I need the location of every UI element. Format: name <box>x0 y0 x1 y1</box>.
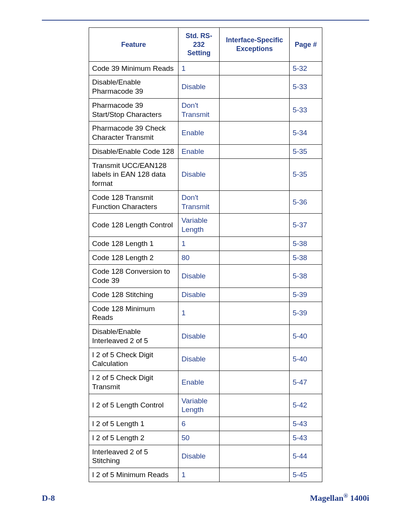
cell-page[interactable]: 5-40 <box>290 325 322 348</box>
table-body: Code 39 Minimum Reads15-32Disable/Enable… <box>89 61 322 482</box>
cell-setting: Disable <box>178 445 220 468</box>
cell-page[interactable]: 5-35 <box>290 144 322 158</box>
settings-table: Feature Std. RS-232 Setting Interface-Sp… <box>89 27 322 482</box>
table-row: I 2 of 5 Minimum Reads15-45 <box>89 468 322 482</box>
cell-setting: Disable <box>178 325 220 348</box>
footer-product-name: Magellan® 1400i <box>310 492 369 503</box>
cell-setting: 50 <box>178 431 220 445</box>
cell-exceptions <box>220 288 290 302</box>
cell-setting: 1 <box>178 302 220 325</box>
th-page: Page # <box>290 28 322 62</box>
cell-setting: 1 <box>178 61 220 75</box>
cell-page[interactable]: 5-38 <box>290 251 322 265</box>
cell-page[interactable]: 5-39 <box>290 288 322 302</box>
cell-feature: Code 128 Conversion to Code 39 <box>89 265 178 288</box>
cell-feature: Interleaved 2 of 5 Stitching <box>89 445 178 468</box>
cell-setting: Variable Length <box>178 214 220 237</box>
cell-setting: Enable <box>178 144 220 158</box>
cell-feature: Code 128 Length 1 <box>89 236 178 251</box>
cell-page[interactable]: 5-32 <box>290 61 322 75</box>
cell-page[interactable]: 5-44 <box>290 445 322 468</box>
cell-feature: Transmit UCC/EAN128 labels in EAN 128 da… <box>89 158 178 190</box>
cell-page[interactable]: 5-38 <box>290 236 322 251</box>
cell-page[interactable]: 5-43 <box>290 417 322 431</box>
table-row: I 2 of 5 Check Digit CalculationDisable5… <box>89 348 322 371</box>
cell-page[interactable]: 5-33 <box>290 75 322 99</box>
cell-setting: 80 <box>178 251 220 265</box>
cell-setting: Disable <box>178 75 220 99</box>
cell-feature: Code 128 Minimum Reads <box>89 302 178 325</box>
cell-exceptions <box>220 371 290 394</box>
cell-page[interactable]: 5-47 <box>290 371 322 394</box>
footer-prefix: Magellan <box>310 493 343 503</box>
cell-exceptions <box>220 61 290 75</box>
cell-feature: Code 128 Length Control <box>89 214 178 237</box>
table-row: I 2 of 5 Check Digit TransmitEnable5-47 <box>89 371 322 394</box>
table-row: Code 128 Length ControlVariable Length5-… <box>89 214 322 237</box>
cell-feature: Disable/Enable Interleaved 2 of 5 <box>89 325 178 348</box>
cell-setting: Don't Transmit <box>178 98 220 121</box>
cell-exceptions <box>220 348 290 371</box>
cell-feature: Pharmacode 39 Check Character Transmit <box>89 121 178 145</box>
cell-feature: Disable/Enable Code 128 <box>89 144 178 158</box>
cell-feature: I 2 of 5 Length Control <box>89 394 178 417</box>
cell-page[interactable]: 5-40 <box>290 348 322 371</box>
cell-exceptions <box>220 236 290 251</box>
th-exceptions: Interface-Specific Exceptions <box>220 28 290 62</box>
cell-page[interactable]: 5-33 <box>290 98 322 121</box>
cell-exceptions <box>220 445 290 468</box>
cell-setting: Enable <box>178 371 220 394</box>
cell-setting: 1 <box>178 236 220 251</box>
table-row: Transmit UCC/EAN128 labels in EAN 128 da… <box>89 158 322 190</box>
table-header: Feature Std. RS-232 Setting Interface-Sp… <box>89 28 322 62</box>
cell-exceptions <box>220 158 290 190</box>
cell-setting: Variable Length <box>178 394 220 417</box>
cell-setting: Don't Transmit <box>178 190 220 214</box>
cell-page[interactable]: 5-39 <box>290 302 322 325</box>
cell-setting: Enable <box>178 121 220 145</box>
table-row: I 2 of 5 Length 2505-43 <box>89 431 322 445</box>
cell-page[interactable]: 5-37 <box>290 214 322 237</box>
table-wrap: Feature Std. RS-232 Setting Interface-Sp… <box>42 27 369 482</box>
page-footer: D-8 Magellan® 1400i <box>42 492 369 503</box>
table-row: Code 128 Conversion to Code 39Disable5-3… <box>89 265 322 288</box>
cell-feature: Disable/Enable Pharmacode 39 <box>89 75 178 99</box>
cell-feature: Pharmacode 39 Start/Stop Characters <box>89 98 178 121</box>
cell-exceptions <box>220 265 290 288</box>
table-header-row: Feature Std. RS-232 Setting Interface-Sp… <box>89 28 322 62</box>
cell-page[interactable]: 5-36 <box>290 190 322 214</box>
cell-exceptions <box>220 98 290 121</box>
table-row: Disable/Enable Interleaved 2 of 5Disable… <box>89 325 322 348</box>
cell-feature: I 2 of 5 Length 1 <box>89 417 178 431</box>
cell-setting: Disable <box>178 158 220 190</box>
cell-feature: Code 128 Stitching <box>89 288 178 302</box>
cell-page[interactable]: 5-43 <box>290 431 322 445</box>
cell-feature: Code 39 Minimum Reads <box>89 61 178 75</box>
cell-exceptions <box>220 394 290 417</box>
table-row: I 2 of 5 Length ControlVariable Length5-… <box>89 394 322 417</box>
cell-exceptions <box>220 251 290 265</box>
footer-page-number: D-8 <box>42 493 55 503</box>
cell-feature: I 2 of 5 Length 2 <box>89 431 178 445</box>
cell-page[interactable]: 5-35 <box>290 158 322 190</box>
cell-exceptions <box>220 214 290 237</box>
cell-page[interactable]: 5-42 <box>290 394 322 417</box>
cell-exceptions <box>220 190 290 214</box>
cell-setting: 1 <box>178 468 220 482</box>
cell-page[interactable]: 5-34 <box>290 121 322 145</box>
cell-setting: Disable <box>178 288 220 302</box>
table-row: Code 128 StitchingDisable5-39 <box>89 288 322 302</box>
cell-exceptions <box>220 121 290 145</box>
table-row: Code 128 Minimum Reads15-39 <box>89 302 322 325</box>
cell-setting: 6 <box>178 417 220 431</box>
cell-feature: I 2 of 5 Minimum Reads <box>89 468 178 482</box>
cell-exceptions <box>220 302 290 325</box>
th-feature: Feature <box>89 28 178 62</box>
cell-page[interactable]: 5-45 <box>290 468 322 482</box>
footer-suffix: 1400i <box>348 493 369 503</box>
cell-feature: I 2 of 5 Check Digit Transmit <box>89 371 178 394</box>
cell-feature: Code 128 Length 2 <box>89 251 178 265</box>
cell-page[interactable]: 5-38 <box>290 265 322 288</box>
table-row: Code 128 Length 2805-38 <box>89 251 322 265</box>
table-row: Code 39 Minimum Reads15-32 <box>89 61 322 75</box>
